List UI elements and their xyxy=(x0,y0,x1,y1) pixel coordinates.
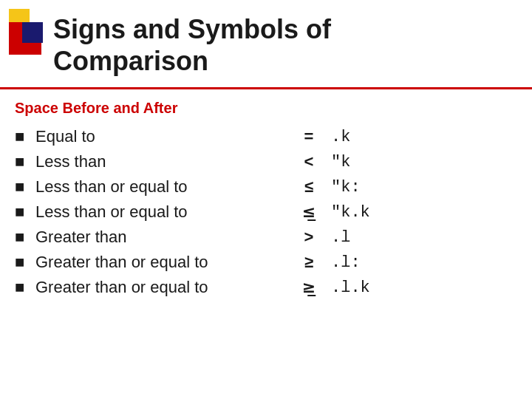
label-cell: Less than or equal to xyxy=(35,174,287,200)
table-row: ■Greater than or equal to≥̲.l.k xyxy=(15,275,517,300)
label-cell: Less than xyxy=(35,149,287,174)
bullet-cell: ■ xyxy=(15,200,35,225)
code-cell: .l: xyxy=(331,250,517,275)
section-header: Space Before and After xyxy=(15,100,517,117)
label-cell: Greater than xyxy=(35,225,287,250)
table-row: ■Less than or equal to≤"k: xyxy=(15,174,517,200)
symbol-cell: = xyxy=(287,124,331,149)
table-row: ■Less than or equal to≤̲"k.k xyxy=(15,200,517,225)
symbol-cell: < xyxy=(287,149,331,174)
code-cell: "k xyxy=(331,149,517,174)
table-row: ■Greater than or equal to≥.l: xyxy=(15,250,517,275)
content-area: Space Before and After ■Equal to=.k■Less… xyxy=(0,100,532,300)
label-cell: Equal to xyxy=(35,124,287,149)
title-area: Signs and Symbols of Comparison xyxy=(0,0,532,87)
comparison-table: ■Equal to=.k■Less than<"k■Less than or e… xyxy=(15,124,517,300)
symbol-cell: ≤̲ xyxy=(287,200,331,225)
table-row: ■Less than<"k xyxy=(15,149,517,174)
code-cell: .l xyxy=(331,225,517,250)
code-cell: "k.k xyxy=(331,200,517,225)
code-cell: .k xyxy=(331,124,517,149)
bullet-cell: ■ xyxy=(15,275,35,300)
bullet-cell: ■ xyxy=(15,250,35,275)
title-line1: Signs and Symbols of xyxy=(53,14,331,44)
bullet-cell: ■ xyxy=(15,124,35,149)
bullet-cell: ■ xyxy=(15,225,35,250)
table-row: ■Greater than>.l xyxy=(15,225,517,250)
page-title: Signs and Symbols of Comparison xyxy=(53,13,519,77)
bullet-cell: ■ xyxy=(15,174,35,200)
symbol-cell: > xyxy=(287,225,331,250)
bullet-cell: ■ xyxy=(15,149,35,174)
code-cell: "k: xyxy=(331,174,517,200)
symbol-cell: ≥̲ xyxy=(287,275,331,300)
symbol-cell: ≥ xyxy=(287,250,331,275)
darkblue-block xyxy=(22,22,43,43)
label-cell: Less than or equal to xyxy=(35,200,287,225)
symbol-cell: ≤ xyxy=(287,174,331,200)
decorative-blocks xyxy=(9,9,47,68)
divider xyxy=(0,87,532,89)
label-cell: Greater than or equal to xyxy=(35,275,287,300)
title-line2: Comparison xyxy=(53,46,208,76)
label-cell: Greater than or equal to xyxy=(35,250,287,275)
code-cell: .l.k xyxy=(331,275,517,300)
table-row: ■Equal to=.k xyxy=(15,124,517,149)
